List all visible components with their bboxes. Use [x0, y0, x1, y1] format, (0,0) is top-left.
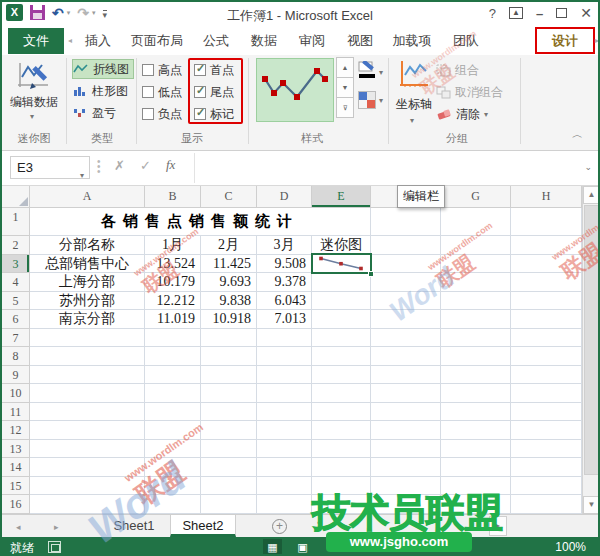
- cell[interactable]: [371, 495, 441, 514]
- tab-file[interactable]: 文件: [8, 28, 64, 54]
- row-header-12[interactable]: 12: [2, 421, 30, 440]
- cell[interactable]: [511, 495, 582, 514]
- cell[interactable]: [371, 403, 441, 422]
- minimize-icon[interactable]: –: [536, 6, 543, 21]
- cell[interactable]: [511, 329, 582, 348]
- row-header-8[interactable]: 8: [2, 347, 30, 366]
- name-box[interactable]: E3 ▾: [10, 156, 90, 179]
- help-icon[interactable]: ?: [489, 6, 496, 21]
- row-header-3[interactable]: 3: [2, 255, 30, 274]
- scroll-down-icon[interactable]: ▼: [583, 496, 600, 514]
- cell[interactable]: [145, 458, 201, 477]
- clear-button[interactable]: 清除 ▾: [436, 104, 488, 124]
- cell[interactable]: [30, 366, 145, 385]
- column-header-G[interactable]: G: [441, 186, 511, 208]
- cell[interactable]: [145, 403, 201, 422]
- insert-function-icon[interactable]: fx: [166, 157, 175, 173]
- ungroup-button[interactable]: 取消组合: [436, 82, 503, 102]
- cell[interactable]: [511, 440, 582, 459]
- cell[interactable]: [30, 495, 145, 514]
- cell[interactable]: [511, 310, 582, 329]
- axis-dropdown-icon[interactable]: ▾: [410, 116, 414, 125]
- page-layout-view-icon[interactable]: ▣: [293, 539, 312, 556]
- cell[interactable]: [441, 366, 511, 385]
- cell[interactable]: 9.378: [257, 273, 312, 292]
- cell[interactable]: [511, 347, 582, 366]
- cell[interactable]: [371, 366, 441, 385]
- show-checkbox-4[interactable]: 尾点: [194, 82, 234, 102]
- cell[interactable]: [312, 329, 371, 348]
- cell[interactable]: [312, 495, 371, 514]
- row-header-4[interactable]: 4: [2, 273, 30, 292]
- cell[interactable]: [312, 292, 371, 311]
- cell[interactable]: [257, 329, 312, 348]
- zoom-level[interactable]: 100%: [555, 540, 586, 554]
- tab-addins[interactable]: 加载项: [386, 28, 438, 54]
- cell[interactable]: [257, 403, 312, 422]
- tab-view[interactable]: 视图: [338, 28, 382, 54]
- cell[interactable]: [145, 384, 201, 403]
- column-header-C[interactable]: C: [201, 186, 257, 208]
- sheet-tab-sheet2[interactable]: Sheet2: [170, 515, 236, 537]
- cell[interactable]: [257, 440, 312, 459]
- cell[interactable]: [30, 403, 145, 422]
- row-header-2[interactable]: 2: [2, 236, 30, 255]
- cell[interactable]: [371, 273, 441, 292]
- row-header-9[interactable]: 9: [2, 366, 30, 385]
- cell[interactable]: [257, 495, 312, 514]
- cell[interactable]: [371, 477, 441, 496]
- tab-insert[interactable]: 插入: [76, 28, 120, 54]
- show-checkbox-1[interactable]: 低点: [142, 82, 182, 102]
- cell[interactable]: [371, 208, 441, 236]
- column-header-E[interactable]: E: [312, 186, 371, 208]
- cell[interactable]: [201, 366, 257, 385]
- cell[interactable]: [257, 366, 312, 385]
- cell[interactable]: [441, 421, 511, 440]
- cell[interactable]: [511, 477, 582, 496]
- checkbox-icon[interactable]: [142, 108, 154, 120]
- cell[interactable]: [441, 236, 511, 255]
- sheet-title-cell[interactable]: 各销售点销售额统计: [30, 208, 371, 236]
- row-header-13[interactable]: 13: [2, 440, 30, 459]
- macro-record-icon[interactable]: [48, 541, 61, 553]
- cell[interactable]: [441, 329, 511, 348]
- show-checkbox-5[interactable]: 标记: [194, 104, 234, 124]
- cell[interactable]: 6.043: [257, 292, 312, 311]
- line-sparkline-button[interactable]: 折线图: [72, 59, 134, 79]
- cell[interactable]: 3月: [257, 236, 312, 255]
- cell[interactable]: [312, 310, 371, 329]
- select-all-corner[interactable]: [2, 186, 30, 208]
- style-gallery-down-icon[interactable]: ▼: [336, 77, 354, 98]
- cell[interactable]: [312, 384, 371, 403]
- cell[interactable]: [145, 477, 201, 496]
- cell[interactable]: [257, 384, 312, 403]
- show-checkbox-2[interactable]: 负点: [142, 104, 182, 124]
- sparkline-style-preview[interactable]: [256, 58, 334, 122]
- tab-scroll-left-icon[interactable]: ◂: [68, 36, 72, 45]
- column-header-H[interactable]: H: [511, 186, 582, 208]
- cell[interactable]: [441, 384, 511, 403]
- cell[interactable]: [371, 310, 441, 329]
- cell[interactable]: 9.508: [257, 255, 312, 274]
- cell[interactable]: 苏州分部: [30, 292, 145, 311]
- cell[interactable]: 9.838: [201, 292, 257, 311]
- cell[interactable]: [371, 347, 441, 366]
- cell[interactable]: [441, 255, 511, 274]
- cell[interactable]: [257, 421, 312, 440]
- collapse-ribbon-icon[interactable]: ︿: [572, 127, 583, 142]
- cell[interactable]: 上海分部: [30, 273, 145, 292]
- style-gallery-up-icon[interactable]: ▲: [336, 57, 354, 78]
- cell[interactable]: 南京分部: [30, 310, 145, 329]
- name-box-dropdown-icon[interactable]: ▾: [80, 165, 84, 186]
- column-header-B[interactable]: B: [145, 186, 201, 208]
- cell[interactable]: [30, 384, 145, 403]
- row-header-1[interactable]: 1: [2, 208, 30, 236]
- row-header-15[interactable]: 15: [2, 477, 30, 496]
- cell[interactable]: [371, 421, 441, 440]
- cell[interactable]: [30, 477, 145, 496]
- cell[interactable]: [511, 403, 582, 422]
- row-header-10[interactable]: 10: [2, 384, 30, 403]
- scroll-up-icon[interactable]: ▲: [583, 186, 600, 204]
- cell[interactable]: [441, 403, 511, 422]
- cell[interactable]: 9.693: [201, 273, 257, 292]
